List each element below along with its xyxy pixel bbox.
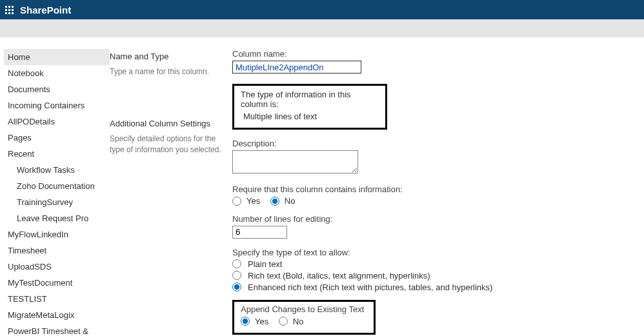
nav-item[interactable]: Timesheet (4, 242, 110, 259)
require-no-option[interactable]: No (270, 196, 296, 206)
require-yes-radio[interactable] (232, 197, 241, 206)
nav-item[interactable]: Incoming Containers (4, 97, 110, 114)
require-no-radio[interactable] (270, 197, 279, 206)
append-changes-callout: Append Changes to Existing Text Yes No (232, 300, 376, 335)
nav-item[interactable]: Notebook (4, 65, 110, 81)
append-label: Append Changes to Existing Text (241, 304, 367, 314)
nav-item[interactable]: UploadSDS (4, 259, 110, 275)
plain-text-radio[interactable] (232, 259, 241, 268)
append-no-radio[interactable] (279, 317, 288, 326)
name-and-type-subtext: Type a name for this column. (110, 66, 226, 77)
nav-item[interactable]: Documents (4, 81, 110, 97)
nav-item[interactable]: Zoho Documentation (4, 178, 110, 194)
nav-item[interactable]: Home (4, 49, 110, 65)
plain-text-option[interactable]: Plain text (232, 259, 638, 269)
column-name-input[interactable] (232, 61, 361, 74)
require-yes-option[interactable]: Yes (232, 196, 260, 206)
nav-item[interactable]: MyTestDocument (4, 275, 110, 291)
append-yes-option[interactable]: Yes (241, 317, 268, 326)
name-and-type-heading: Name and Type (110, 52, 226, 61)
nav-item[interactable]: Workflow Tasks (4, 162, 110, 178)
app-title: SharePoint (20, 5, 71, 15)
column-name-label: Column name: (232, 49, 638, 59)
nav-item[interactable]: PowerBI Timesheet & Docs (4, 323, 110, 336)
app-launcher-icon[interactable] (5, 6, 14, 14)
nav-item[interactable]: Pages (4, 130, 110, 146)
column-type-label: The type of information in this column i… (241, 90, 379, 109)
description-textarea[interactable] (232, 150, 358, 173)
numlines-input[interactable] (232, 226, 287, 239)
nav-item[interactable]: Recent (4, 146, 110, 162)
column-type-callout: The type of information in this column i… (232, 84, 387, 130)
nav-item[interactable]: TESTLIST (4, 291, 110, 307)
additional-settings-subtext: Specify detailed options for the type of… (110, 133, 226, 155)
rich-text-option[interactable]: Rich text (Bold, italics, text alignment… (232, 271, 638, 281)
nav-item[interactable]: MigrateMetaLogix (4, 307, 110, 323)
enhanced-text-option[interactable]: Enhanced rich text (Rich text with pictu… (232, 282, 638, 292)
settings-help-column: Name and Type Type a name for this colum… (110, 49, 232, 336)
nav-item[interactable]: MyFlowLinkedIn (4, 226, 110, 242)
append-no-option[interactable]: No (279, 317, 304, 326)
require-label: Require that this column contains inform… (232, 184, 638, 194)
append-yes-radio[interactable] (241, 317, 250, 326)
column-settings-form: Column name: The type of information in … (232, 49, 644, 336)
numlines-label: Number of lines for editing: (232, 214, 638, 224)
top-bar: SharePoint (0, 0, 644, 19)
nav-item[interactable]: TrainingSurvey (4, 194, 110, 210)
description-label: Description: (232, 139, 638, 148)
additional-settings-heading: Additional Column Settings (110, 119, 226, 128)
secondary-bar (0, 19, 644, 37)
enhanced-text-radio[interactable] (232, 282, 241, 292)
rich-text-radio[interactable] (232, 271, 241, 280)
nav-item[interactable]: AllPODetails (4, 114, 110, 130)
nav-item[interactable]: Leave Request Pro (4, 210, 110, 226)
left-nav: HomeNotebookDocumentsIncoming Containers… (0, 49, 110, 336)
column-type-value: Multiple lines of text (241, 112, 379, 121)
texttype-label: Specify the type of text to allow: (232, 248, 638, 257)
